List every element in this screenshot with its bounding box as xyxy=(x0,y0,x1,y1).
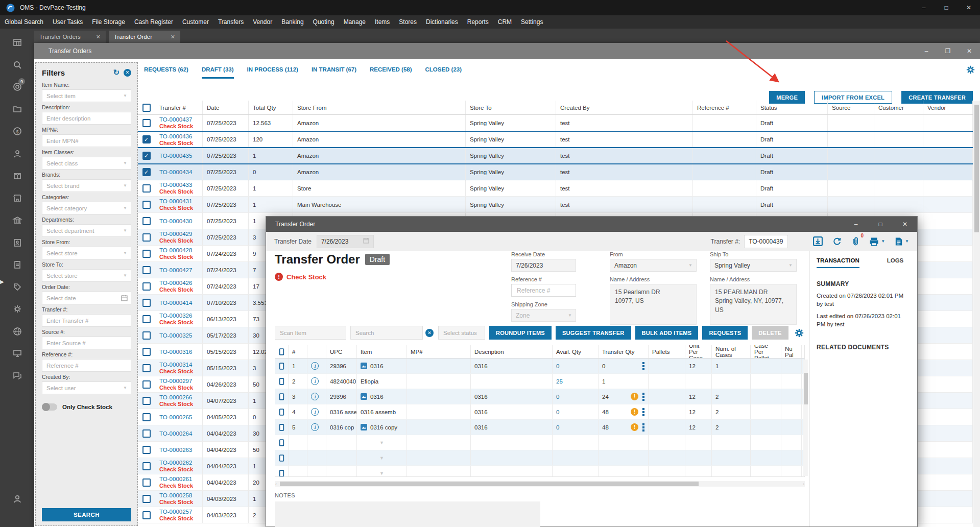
notes-textarea[interactable] xyxy=(275,501,540,527)
menu-item-manage[interactable]: Manage xyxy=(339,15,370,29)
transfer-number-link[interactable]: TO-0000414 xyxy=(159,299,198,306)
info-icon[interactable]: i xyxy=(311,408,319,416)
search-button[interactable]: SEARCH xyxy=(42,508,131,521)
row-checkbox[interactable] xyxy=(142,299,151,307)
row-checkbox[interactable] xyxy=(142,233,151,242)
ship-to-select[interactable]: Spring Valley▼ xyxy=(710,259,797,272)
refresh-icon[interactable] xyxy=(832,236,842,247)
filter-input[interactable] xyxy=(42,337,131,349)
globe-icon[interactable] xyxy=(12,326,23,337)
row-checkbox[interactable] xyxy=(142,315,151,323)
row-checkbox[interactable] xyxy=(142,397,151,405)
transfer-date-field[interactable]: 7/26/2023 xyxy=(317,235,374,248)
transfer-number-link[interactable]: TO-0000257 xyxy=(159,508,198,515)
filter-input[interactable] xyxy=(42,157,131,169)
row-checkbox[interactable] xyxy=(142,250,151,258)
empty-item-row[interactable]: ▼ xyxy=(275,450,804,466)
row-checkbox[interactable] xyxy=(142,348,151,356)
transfer-number-link[interactable]: TO-0000263 xyxy=(159,446,198,453)
status-tab-draft-33-[interactable]: DRAFT (33) xyxy=(202,66,234,79)
transfer-number-link[interactable]: TO-0000258 xyxy=(159,492,198,499)
gear-icon[interactable] xyxy=(12,303,23,315)
transfer-qty-value[interactable]: 48 xyxy=(602,424,609,430)
transfer-number-link[interactable]: TO-0000428 xyxy=(159,247,198,254)
item-row[interactable]: 1i293960316031600121 xyxy=(275,358,804,374)
bank-icon[interactable] xyxy=(12,214,23,226)
items-select-all-checkbox[interactable] xyxy=(275,345,289,358)
filter-input[interactable] xyxy=(42,180,131,191)
search-icon[interactable] xyxy=(12,59,23,70)
transfer-number-link[interactable]: TO-0000435 xyxy=(159,152,198,159)
panel-tab-transaction[interactable]: TRANSACTION xyxy=(817,257,859,268)
panel-tab-logs[interactable]: LOGS xyxy=(887,257,904,268)
only-check-stock-toggle[interactable] xyxy=(42,403,57,411)
order-row[interactable]: TO-0000436Check Stock07/25/2023120Amazon… xyxy=(138,131,973,148)
filter-input[interactable] xyxy=(42,382,131,394)
requests-button[interactable]: REQUESTS xyxy=(702,326,748,340)
row-checkbox[interactable] xyxy=(279,424,284,431)
doc-tab-transfer-orders[interactable]: Transfer Orders✕ xyxy=(34,31,106,43)
empty-item-row[interactable]: ▼ xyxy=(275,435,804,450)
row-menu-kebab-icon[interactable] xyxy=(642,362,644,370)
order-row[interactable]: TO-000043507/25/20231AmazonSpring Valley… xyxy=(138,148,973,164)
order-row[interactable]: TO-0000437Check Stock07/25/202312.563Ama… xyxy=(138,115,973,131)
transfer-qty-value[interactable]: 48 xyxy=(602,409,609,415)
filter-input[interactable] xyxy=(42,202,131,214)
menu-item-items[interactable]: Items xyxy=(370,15,394,29)
row-checkbox[interactable] xyxy=(142,380,151,389)
from-select[interactable]: Amazon▼ xyxy=(610,259,697,272)
money-icon[interactable]: $ xyxy=(12,126,23,137)
menu-item-file-storage[interactable]: File Storage xyxy=(87,15,130,29)
filters-refresh-icon[interactable]: ↻ xyxy=(113,68,119,77)
row-checkbox[interactable] xyxy=(279,363,284,370)
store-icon[interactable] xyxy=(12,193,23,204)
menu-item-quoting[interactable]: Quoting xyxy=(308,15,339,29)
grid-settings-gear-icon[interactable] xyxy=(966,65,975,76)
items-vertical-scrollbar[interactable] xyxy=(803,360,808,476)
row-menu-kebab-icon[interactable] xyxy=(642,408,644,416)
menu-item-global-search[interactable]: Global Search xyxy=(0,15,48,29)
row-checkbox[interactable] xyxy=(142,217,151,225)
folder-icon[interactable] xyxy=(12,104,23,115)
scroll-right-icon[interactable]: › xyxy=(803,482,804,487)
order-row[interactable]: TO-000043407/25/20230AmazonSpring Valley… xyxy=(138,164,973,180)
tag-icon[interactable] xyxy=(12,281,23,293)
item-row[interactable]: 5i0316 cop0316 copy0316048!122 xyxy=(275,420,804,435)
filter-input[interactable] xyxy=(42,315,131,326)
tab-close-icon[interactable]: ✕ xyxy=(161,34,175,40)
status-tab-in-process-112-[interactable]: IN PROCESS (112) xyxy=(247,66,298,79)
scan-item-input[interactable] xyxy=(275,326,346,339)
transfer-number-link[interactable]: TO-0000326 xyxy=(159,312,198,319)
row-checkbox[interactable] xyxy=(142,135,151,143)
status-tab-received-58-[interactable]: RECEIVED (58) xyxy=(370,66,412,79)
doc-tab-transfer-order[interactable]: Transfer Order✕ xyxy=(109,31,180,43)
minimize-icon[interactable]: – xyxy=(913,0,935,15)
row-checkbox[interactable] xyxy=(279,454,284,462)
item-row[interactable]: 2i48240040Efiopia251 xyxy=(275,374,804,389)
item-row[interactable]: 3i2939603160316024!122 xyxy=(275,389,804,404)
transfer-number-link[interactable]: TO-0000430 xyxy=(159,218,198,225)
attachment-paperclip-icon[interactable]: 0 xyxy=(851,236,860,247)
transfer-number-link[interactable]: TO-0000434 xyxy=(159,169,198,176)
dialog-close-icon[interactable]: ✕ xyxy=(893,217,917,232)
bulk-add-items-button[interactable]: BULK ADD ITEMS xyxy=(635,326,699,340)
menu-item-reports[interactable]: Reports xyxy=(463,15,493,29)
info-icon[interactable]: i xyxy=(311,362,319,370)
suggest-transfer-button[interactable]: SUGGEST TRANSFER xyxy=(556,326,631,340)
info-icon[interactable]: i xyxy=(311,423,319,431)
transfer-number-link[interactable]: TO-0000297 xyxy=(159,377,198,385)
status-tab-closed-23-[interactable]: CLOSED (23) xyxy=(425,66,462,79)
support-icon[interactable]: 9 xyxy=(12,81,23,92)
transfer-number-link[interactable]: TO-0000429 xyxy=(159,230,198,237)
status-tab-in-transit-67-[interactable]: IN TRANSIT (67) xyxy=(312,66,356,79)
menu-item-stores[interactable]: Stores xyxy=(394,15,421,29)
row-checkbox[interactable] xyxy=(279,409,284,416)
contact-icon[interactable] xyxy=(12,148,23,159)
items-settings-gear-icon[interactable] xyxy=(795,328,804,338)
transfer-number-link[interactable]: TO-0000436 xyxy=(159,133,198,140)
row-checkbox[interactable] xyxy=(142,331,151,340)
dialog-maximize-icon[interactable]: □ xyxy=(868,217,893,232)
export-document-icon[interactable]: ▼ xyxy=(894,236,909,247)
id-badge-icon[interactable] xyxy=(12,237,23,248)
row-checkbox[interactable] xyxy=(142,495,151,503)
